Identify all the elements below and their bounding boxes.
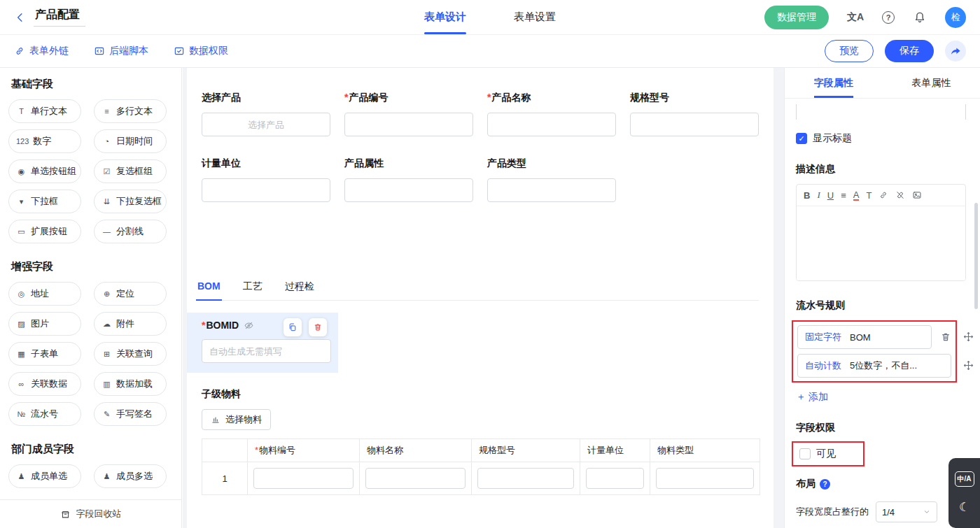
material-unit-input[interactable] <box>586 468 644 489</box>
material-type-input[interactable] <box>656 468 754 489</box>
material-name-input[interactable] <box>365 468 465 489</box>
insert-image-icon[interactable] <box>912 190 922 200</box>
field-recycle-bin[interactable]: 字段回收站 <box>0 499 181 528</box>
sidebar-item-dropdown-multi[interactable]: ⇊下拉复选框 <box>94 190 167 213</box>
drag-handle-icon[interactable] <box>963 360 974 371</box>
tab-form-settings[interactable]: 表单设置 <box>514 0 556 34</box>
product-attr-input[interactable] <box>344 178 473 202</box>
show-title-checkbox[interactable] <box>796 133 807 144</box>
sidebar-item-label: 关联数据 <box>31 378 67 390</box>
save-button[interactable]: 保存 <box>885 40 934 62</box>
tab-bom[interactable]: BOM <box>196 280 222 300</box>
sidebar-item-multiline-text[interactable]: ≡多行文本 <box>94 99 167 123</box>
dark-mode-icon[interactable]: ☾ <box>959 500 969 515</box>
translate-icon[interactable]: 文A <box>847 11 864 24</box>
sidebar-item-attachment[interactable]: ☁附件 <box>94 312 167 336</box>
tab-field-properties[interactable]: 字段属性 <box>785 68 883 98</box>
tab-process[interactable]: 工艺 <box>241 280 264 300</box>
divider-icon: — <box>102 227 112 236</box>
product-type-input[interactable] <box>487 178 616 202</box>
form-external-link[interactable]: 表单外链 <box>14 45 69 57</box>
italic-icon[interactable]: I <box>817 190 820 201</box>
select-material-label: 选择物料 <box>225 413 262 426</box>
sidebar-item-dropdown[interactable]: ▾下拉框 <box>8 190 81 213</box>
sidebar-item-radio-group[interactable]: ◉单选按钮组 <box>8 159 81 183</box>
sidebar-item-number[interactable]: 123数字 <box>8 129 81 153</box>
corner-cell <box>202 439 248 462</box>
form-field-product-code[interactable]: 产品编号 <box>344 92 473 136</box>
rule-auto-count[interactable]: 自动计数 5位数字，不自... <box>797 354 951 378</box>
form-field-product-attr[interactable]: 产品属性 <box>344 157 473 202</box>
sidebar-item-label: 地址 <box>31 287 49 300</box>
insert-link-icon[interactable] <box>878 190 888 200</box>
list-icon[interactable]: ≡ <box>841 190 846 201</box>
selected-field-bomid[interactable]: BOMID <box>187 313 338 373</box>
backend-script-link[interactable]: 后端脚本 <box>94 45 148 57</box>
remove-link-icon[interactable] <box>895 190 905 200</box>
page-title[interactable]: 产品配置 <box>34 8 85 27</box>
panel-scrollbar[interactable] <box>974 203 978 309</box>
delete-field-button[interactable] <box>309 318 327 336</box>
form-field-select-product[interactable]: 选择产品 <box>202 92 330 136</box>
sidebar-item-relation-data[interactable]: ∞关联数据 <box>8 372 81 396</box>
width-select[interactable]: 1/4 <box>876 501 937 522</box>
sidebar-item-relation-query[interactable]: ⊞关联查询 <box>94 342 167 366</box>
sidebar-item-datetime[interactable]: ◔日期时间 <box>94 129 167 153</box>
bomid-input[interactable] <box>202 339 331 363</box>
product-name-input[interactable] <box>487 113 616 136</box>
add-rule-button[interactable]: ＋ 添加 <box>796 391 828 404</box>
rule-fixed-char[interactable]: 固定字符 BOM <box>797 325 932 349</box>
preview-button[interactable]: 预览 <box>825 40 874 62</box>
form-field-spec-model[interactable]: 规格型号 <box>630 92 759 136</box>
sidebar-item-location[interactable]: ⊕定位 <box>94 282 167 306</box>
select-material-button[interactable]: 选择物料 <box>202 409 271 430</box>
tab-form-properties[interactable]: 表单属性 <box>883 68 980 98</box>
form-fields-row2: 计量单位 产品属性 产品类型 <box>202 157 759 202</box>
form-field-product-name[interactable]: 产品名称 <box>487 92 616 136</box>
copy-field-button[interactable] <box>284 318 302 336</box>
spec-model-input[interactable] <box>630 113 759 136</box>
data-manage-button[interactable]: 数据管理 <box>764 6 829 29</box>
unit-input[interactable] <box>202 178 330 202</box>
visible-checkbox[interactable] <box>799 448 811 459</box>
basic-fields-grid: T单行文本 ≡多行文本 123数字 ◔日期时间 ◉单选按钮组 ☑复选框组 ▾下拉… <box>8 99 173 243</box>
drag-handle-icon[interactable] <box>963 331 974 342</box>
sidebar-item-address[interactable]: ◎地址 <box>8 282 81 306</box>
product-code-input[interactable] <box>344 113 473 136</box>
material-code-input[interactable] <box>253 468 354 489</box>
font-color-icon[interactable]: A <box>853 190 860 201</box>
tab-process-check[interactable]: 过程检 <box>284 280 316 300</box>
description-editor-body[interactable] <box>797 206 965 280</box>
language-toggle-icon[interactable]: 中/A <box>955 471 974 487</box>
material-spec-input[interactable] <box>477 468 574 489</box>
select-product-input[interactable] <box>202 113 330 136</box>
sidebar-item-data-load[interactable]: ▥数据加载 <box>94 372 167 396</box>
sidebar-item-image[interactable]: ▨图片 <box>8 312 81 336</box>
sidebar-item-signature[interactable]: ✎手写签名 <box>94 402 167 426</box>
tab-form-design[interactable]: 表单设计 <box>424 0 466 34</box>
delete-rule-icon[interactable] <box>940 331 951 343</box>
field-title-input[interactable] <box>796 104 966 120</box>
sidebar-item-extend-button[interactable]: ▭扩展按钮 <box>8 220 81 243</box>
form-field-unit[interactable]: 计量单位 <box>202 157 330 202</box>
help-icon[interactable]: ? <box>882 11 895 24</box>
field-title-input-partial <box>796 104 966 120</box>
sidebar-item-member-single[interactable]: ♟成员单选 <box>8 464 81 488</box>
share-button[interactable] <box>945 41 966 62</box>
bold-icon[interactable]: B <box>804 190 810 201</box>
eye-off-icon[interactable] <box>244 320 254 331</box>
notification-bell-icon[interactable] <box>913 10 927 24</box>
sidebar-item-member-multi[interactable]: ♟成员多选 <box>94 464 167 488</box>
avatar[interactable]: 检 <box>945 7 966 28</box>
sidebar-item-serial-number[interactable]: №流水号 <box>8 402 81 426</box>
layout-help-icon[interactable]: ? <box>820 479 830 490</box>
form-field-product-type[interactable]: 产品类型 <box>487 157 616 202</box>
sidebar-item-subform[interactable]: ▦子表单 <box>8 342 81 366</box>
font-size-icon[interactable]: T <box>866 190 872 201</box>
underline-icon[interactable]: U <box>827 190 834 201</box>
back-icon[interactable] <box>14 11 27 24</box>
data-permission-link[interactable]: 数据权限 <box>174 45 228 57</box>
sidebar-item-checkbox-group[interactable]: ☑复选框组 <box>94 159 167 183</box>
sidebar-item-divider[interactable]: —分割线 <box>94 220 167 243</box>
sidebar-item-single-line-text[interactable]: T单行文本 <box>8 99 81 123</box>
